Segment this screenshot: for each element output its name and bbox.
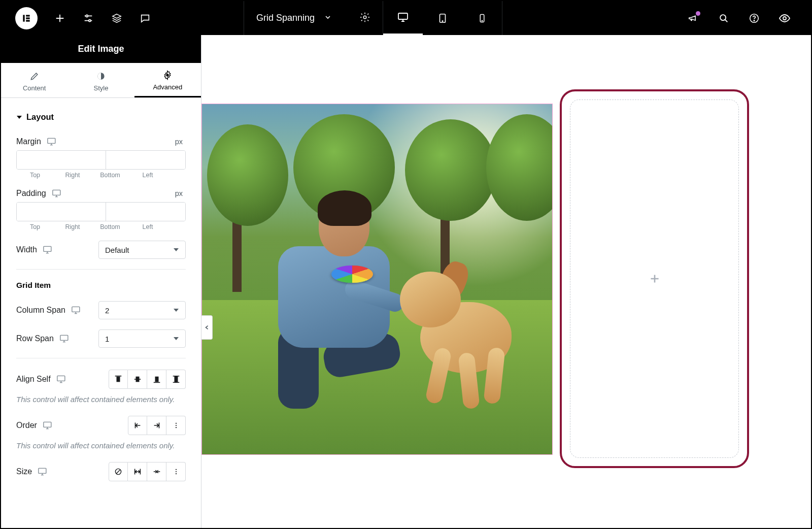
size-none-button[interactable] <box>109 462 128 481</box>
svg-point-15 <box>783 17 786 20</box>
svg-rect-0 <box>23 15 24 21</box>
tab-advanced[interactable]: Advanced <box>134 63 201 97</box>
row-span-select[interactable]: 1 <box>98 329 186 348</box>
align-self-buttons <box>109 370 186 389</box>
order-start-button[interactable] <box>128 416 147 435</box>
margin-top-input[interactable] <box>17 151 106 169</box>
svg-rect-27 <box>175 377 177 382</box>
svg-point-30 <box>175 425 176 426</box>
padding-unit-select[interactable]: px <box>175 189 186 197</box>
column-span-label: Column Span <box>16 306 65 315</box>
svg-rect-23 <box>57 376 64 381</box>
svg-rect-28 <box>44 422 51 427</box>
add-icon[interactable] <box>54 12 66 24</box>
svg-point-29 <box>175 423 176 424</box>
align-self-label: Align Self <box>16 375 51 384</box>
column-span-select[interactable]: 2 <box>98 301 186 319</box>
structure-icon[interactable] <box>111 12 123 24</box>
margin-unit-select[interactable]: px <box>175 138 186 146</box>
svg-point-11 <box>482 20 482 21</box>
responsive-icon[interactable] <box>43 246 53 254</box>
responsive-icon[interactable] <box>47 138 57 146</box>
svg-rect-19 <box>53 190 60 195</box>
grid-item-title: Grid Item <box>16 277 186 297</box>
tab-content[interactable]: Content <box>1 63 67 97</box>
order-label: Order <box>16 421 37 430</box>
size-label: Size <box>16 467 32 476</box>
responsive-icon[interactable] <box>38 468 48 476</box>
settings-sliders-icon[interactable] <box>82 12 94 24</box>
align-stretch-button[interactable] <box>166 370 186 389</box>
svg-rect-26 <box>155 377 158 382</box>
padding-right-input[interactable] <box>106 203 186 221</box>
device-desktop[interactable] <box>383 1 423 35</box>
align-center-button[interactable] <box>128 370 147 389</box>
empty-grid-cell <box>560 89 749 468</box>
add-element-button[interactable] <box>570 100 739 458</box>
svg-rect-2 <box>26 17 29 19</box>
svg-rect-20 <box>44 246 51 251</box>
chevron-down-icon[interactable] <box>324 13 332 23</box>
section-layout-label: Layout <box>26 112 54 122</box>
tab-style[interactable]: Style <box>67 63 134 97</box>
device-mobile[interactable] <box>462 1 502 35</box>
finder-search-icon[interactable] <box>718 12 730 24</box>
svg-rect-7 <box>398 13 408 19</box>
svg-rect-25 <box>136 377 139 382</box>
size-buttons <box>109 462 186 481</box>
align-end-button[interactable] <box>147 370 166 389</box>
svg-point-31 <box>175 427 176 428</box>
svg-rect-21 <box>72 307 80 312</box>
order-more-button[interactable] <box>166 416 186 435</box>
padding-label: Padding <box>16 189 46 198</box>
width-select[interactable]: Default <box>98 241 186 259</box>
svg-point-9 <box>442 20 443 21</box>
svg-point-6 <box>363 16 366 19</box>
top-bar: Grid Spanning <box>1 1 811 35</box>
svg-rect-18 <box>48 138 55 143</box>
responsive-icon[interactable] <box>52 189 62 197</box>
margin-right-input[interactable] <box>106 151 186 169</box>
align-start-button[interactable] <box>109 370 128 389</box>
svg-rect-22 <box>60 335 68 340</box>
tab-advanced-label: Advanced <box>153 83 182 91</box>
svg-point-17 <box>166 74 169 76</box>
help-icon[interactable] <box>748 12 760 24</box>
responsive-icon[interactable] <box>43 421 53 429</box>
section-layout-toggle[interactable]: Layout <box>16 107 186 133</box>
panel-collapse-handle[interactable] <box>201 315 213 340</box>
editor-panel: Edit Image Content Style Advanced <box>1 35 201 528</box>
elementor-logo[interactable] <box>15 7 38 29</box>
svg-point-4 <box>86 15 88 17</box>
row-span-label: Row Span <box>16 334 54 343</box>
order-note: This control will affect contained eleme… <box>16 438 186 458</box>
svg-point-36 <box>175 473 176 474</box>
svg-rect-24 <box>117 377 119 382</box>
svg-point-12 <box>720 15 726 20</box>
image-widget-selected[interactable] <box>201 104 553 455</box>
announcements-icon[interactable] <box>687 12 699 24</box>
document-title[interactable]: Grid Spanning <box>256 13 315 23</box>
notification-dot <box>696 11 700 16</box>
svg-point-35 <box>175 471 176 472</box>
margin-inputs <box>16 150 186 170</box>
responsive-icon[interactable] <box>57 375 67 383</box>
size-grow-button[interactable] <box>128 462 147 481</box>
svg-point-14 <box>754 20 754 20</box>
device-tablet[interactable] <box>423 1 462 35</box>
panel-tabs: Content Style Advanced <box>1 63 201 98</box>
preview-canvas <box>201 35 811 528</box>
size-shrink-button[interactable] <box>147 462 166 481</box>
svg-point-5 <box>89 19 91 21</box>
page-settings-icon[interactable] <box>359 12 370 25</box>
tab-content-label: Content <box>23 84 46 92</box>
order-end-button[interactable] <box>147 416 166 435</box>
size-more-button[interactable] <box>166 462 186 481</box>
order-buttons <box>128 416 186 435</box>
preview-icon[interactable] <box>779 12 791 24</box>
notes-icon[interactable] <box>139 12 151 24</box>
responsive-icon[interactable] <box>60 335 70 343</box>
svg-rect-1 <box>26 15 29 16</box>
responsive-icon[interactable] <box>72 306 82 314</box>
padding-top-input[interactable] <box>17 203 106 221</box>
